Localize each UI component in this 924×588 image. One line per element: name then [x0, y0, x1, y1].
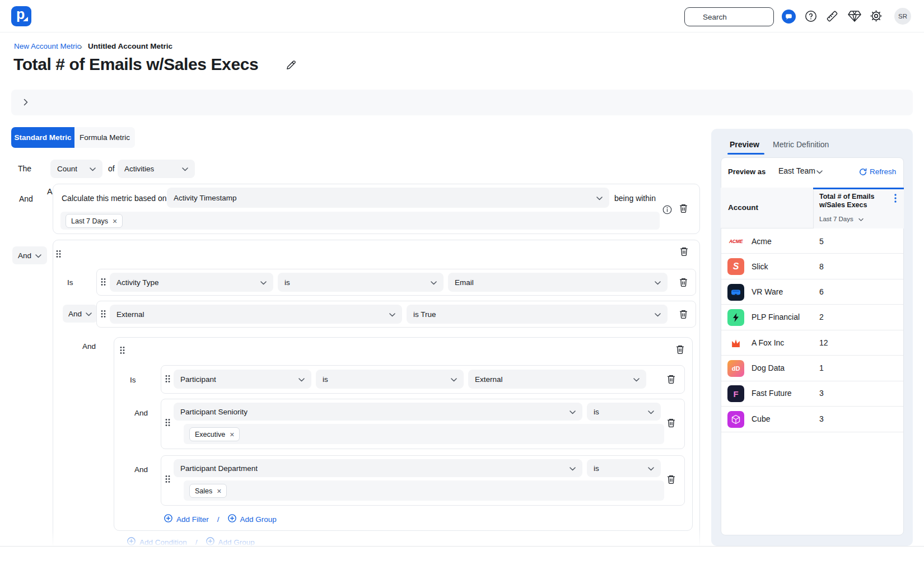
kebab-menu-icon[interactable] — [894, 194, 897, 203]
remove-icon[interactable]: × — [230, 431, 234, 438]
based-on-label: Calculate this metric based on — [62, 194, 167, 203]
nrow2-values-bar[interactable] — [184, 424, 664, 444]
nrow2-prefix-label: And — [134, 409, 148, 417]
drag-handle-icon[interactable] — [120, 346, 125, 354]
drag-handle-icon[interactable] — [56, 250, 61, 258]
drag-handle-icon[interactable] — [101, 278, 106, 286]
chevron-down-icon — [655, 278, 661, 287]
table-row — [721, 407, 903, 432]
account-name: Acme — [752, 237, 772, 246]
gem-icon[interactable] — [848, 10, 861, 22]
add-group-link[interactable]: Add Group — [206, 537, 255, 546]
trash-icon[interactable] — [679, 309, 688, 319]
chevron-down-icon — [596, 194, 603, 202]
plus-circle-icon — [164, 514, 172, 524]
drag-handle-icon[interactable] — [165, 475, 170, 483]
chevron-down-icon — [451, 375, 457, 384]
page-title: Total # of Emails w/Sales Execs — [13, 55, 258, 74]
nrow2-field-select[interactable]: Participant Seniority — [174, 403, 582, 421]
based-on-field-select[interactable]: Activity Timestamp — [167, 188, 609, 208]
of-label: of — [108, 164, 115, 173]
main-content: p SR New Account Metric › Untitled Accou… — [0, 0, 924, 546]
additional-details-toggle[interactable]: Additional Details — [11, 90, 913, 115]
refresh-button[interactable]: Refresh — [870, 167, 896, 176]
account-metric-value: 1 — [819, 363, 824, 372]
object-select[interactable]: Activities — [118, 160, 195, 178]
metric-column-title: Total # of Emails w/Sales Execs — [819, 193, 888, 209]
trash-icon[interactable] — [679, 277, 688, 287]
chevron-down-icon[interactable] — [816, 170, 823, 174]
row2-operator-select[interactable]: is True — [407, 305, 668, 324]
account-name: Fast Future — [752, 389, 792, 398]
tab-metric-definition[interactable]: Metric Definition — [773, 140, 829, 149]
row2-operator-toggle[interactable]: And — [63, 305, 97, 323]
info-icon[interactable] — [662, 205, 672, 214]
the-label: The — [18, 164, 31, 173]
refresh-icon — [859, 168, 867, 176]
trash-icon[interactable] — [679, 246, 689, 256]
add-filter-link[interactable]: Add Filter — [164, 514, 209, 524]
app-logo[interactable]: p — [11, 6, 31, 26]
metric-column-accent-bar — [813, 188, 904, 189]
trash-icon[interactable] — [666, 474, 676, 484]
tab-preview[interactable]: Preview — [730, 140, 759, 149]
trash-icon[interactable] — [666, 418, 676, 428]
logo-letter: p — [16, 6, 25, 22]
seniority-value-chip[interactable]: Executive × — [189, 427, 240, 441]
tab-standard-metric[interactable]: Standard Metric — [11, 127, 74, 148]
fast-future-logo: F — [727, 385, 744, 402]
chevron-down-icon — [570, 408, 576, 416]
chevron-down-icon — [298, 375, 305, 384]
nrow1-value-select[interactable]: External — [468, 370, 646, 389]
table-row — [721, 279, 903, 305]
row1-value-select[interactable]: Email — [448, 273, 668, 292]
trash-icon[interactable] — [675, 344, 685, 354]
edit-title-pencil-icon[interactable] — [286, 60, 296, 71]
aggregation-select[interactable]: Count — [50, 160, 102, 178]
time-range-bar[interactable] — [60, 212, 660, 230]
breadcrumb-separator: › — [80, 41, 82, 51]
breadcrumb-parent-link[interactable]: New Account Metric — [14, 42, 81, 50]
remove-icon[interactable]: × — [113, 217, 117, 225]
metric-period-select[interactable]: Last 7 Days — [819, 216, 853, 222]
gear-icon[interactable] — [870, 10, 883, 22]
row2-field-select[interactable]: External — [110, 305, 402, 324]
add-group-link[interactable]: Add Group — [228, 514, 277, 524]
row1-field-select[interactable]: Activity Type — [110, 273, 273, 292]
remove-icon[interactable]: × — [217, 487, 221, 495]
chevron-down-icon[interactable] — [858, 218, 864, 222]
nrow3-operator-select[interactable]: is — [587, 459, 661, 477]
department-value-chip[interactable]: Sales × — [189, 484, 227, 498]
search-input[interactable] — [684, 7, 774, 26]
table-row — [721, 356, 903, 381]
trash-icon[interactable] — [679, 203, 688, 213]
avatar[interactable]: SR — [894, 8, 911, 25]
row1-operator-select[interactable]: is — [278, 273, 444, 292]
nrow2-operator-select[interactable]: is — [587, 403, 661, 421]
account-metric-value: 8 — [819, 262, 824, 271]
nrow3-field-select[interactable]: Participant Department — [174, 459, 582, 477]
time-range-chip[interactable]: Last 7 Days × — [66, 214, 123, 228]
being-within-label: being within — [614, 194, 656, 203]
ruler-icon[interactable] — [825, 10, 839, 23]
table-row — [721, 254, 903, 279]
nrow1-operator-select[interactable]: is — [316, 370, 464, 389]
group-operator-select[interactable]: And — [12, 246, 47, 264]
preview-as-label: Preview as — [728, 167, 766, 176]
footer-bar: Cancel Save — [0, 546, 924, 588]
drag-handle-icon[interactable] — [101, 310, 106, 318]
account-name: Cube — [752, 414, 770, 423]
help-icon[interactable] — [805, 10, 817, 22]
add-condition-link[interactable]: Add Condition — [127, 537, 187, 546]
tab-formula-metric[interactable]: Formula Metric — [74, 127, 135, 148]
plus-circle-icon — [206, 537, 214, 546]
nrow1-field-select[interactable]: Participant — [174, 370, 311, 389]
chevron-down-icon — [260, 278, 267, 287]
drag-handle-icon[interactable] — [165, 375, 170, 383]
drag-handle-icon[interactable] — [165, 418, 170, 427]
chat-icon[interactable] — [782, 10, 796, 24]
account-name: Slick — [752, 262, 768, 271]
team-select[interactable]: East Team — [778, 166, 815, 175]
nrow3-values-bar[interactable] — [184, 480, 664, 501]
trash-icon[interactable] — [666, 374, 676, 384]
